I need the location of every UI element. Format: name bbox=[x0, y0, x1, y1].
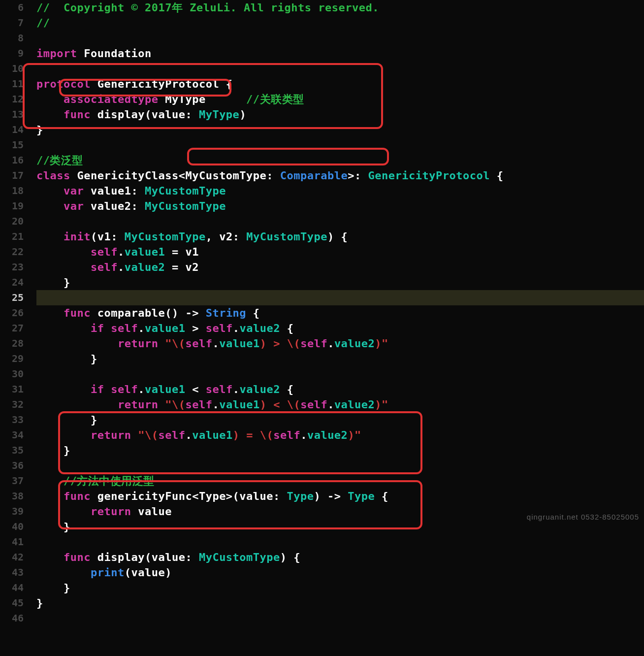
line-number: 42 bbox=[0, 550, 29, 565]
line-number: 33 bbox=[0, 412, 29, 427]
code-line[interactable] bbox=[36, 458, 644, 473]
code-line[interactable]: } bbox=[36, 580, 644, 595]
line-number: 34 bbox=[0, 427, 29, 443]
code-token bbox=[36, 475, 64, 487]
code-token: . bbox=[185, 429, 192, 441]
code-line[interactable] bbox=[36, 214, 644, 229]
code-token bbox=[36, 505, 91, 518]
code-token: . bbox=[233, 322, 240, 334]
code-token: } bbox=[36, 414, 97, 426]
code-token: value2 bbox=[125, 261, 165, 273]
code-token: func bbox=[64, 551, 91, 563]
code-line[interactable]: } bbox=[36, 443, 644, 458]
code-token: // Copyright © 2017年 ZeluLi. All rights … bbox=[36, 1, 379, 14]
code-token: >: bbox=[348, 169, 368, 182]
code-line[interactable]: } bbox=[36, 275, 644, 290]
code-token: value2 bbox=[239, 383, 280, 395]
code-token: display(value: bbox=[91, 551, 199, 563]
code-line[interactable]: func display(value: MyCustomType) { bbox=[36, 550, 644, 565]
code-line[interactable]: //方法中使用泛型 bbox=[36, 473, 644, 489]
code-line[interactable]: var value2: MyCustomType bbox=[36, 198, 644, 214]
code-token: (v1: bbox=[91, 230, 125, 243]
code-token: ) bbox=[239, 108, 246, 121]
line-number: 25 bbox=[0, 290, 29, 305]
line-number: 6 bbox=[0, 0, 29, 15]
code-line[interactable]: } bbox=[36, 595, 644, 611]
code-token: . bbox=[118, 261, 125, 273]
code-line[interactable]: print(value) bbox=[36, 565, 644, 580]
code-editor[interactable]: 6789101112131415161718192021222324252627… bbox=[0, 0, 644, 656]
code-line[interactable]: return "\(self.value1) > \(self.value2)" bbox=[36, 336, 644, 351]
code-line[interactable]: return "\(self.value1) < \(self.value2)" bbox=[36, 397, 644, 412]
line-number: 43 bbox=[0, 565, 29, 580]
code-line[interactable]: associatedtype MyType //关联类型 bbox=[36, 92, 644, 107]
code-line[interactable]: } bbox=[36, 122, 644, 137]
code-token: = v2 bbox=[165, 261, 199, 273]
code-line[interactable]: if self.value1 > self.value2 { bbox=[36, 321, 644, 336]
line-number: 17 bbox=[0, 168, 29, 183]
code-line[interactable]: // bbox=[36, 15, 644, 31]
code-token: value1 bbox=[145, 383, 185, 395]
code-token: display(value: bbox=[91, 108, 199, 121]
code-token: if bbox=[91, 383, 104, 395]
code-token: func bbox=[64, 307, 91, 319]
code-token: self bbox=[185, 398, 212, 411]
code-token: self bbox=[206, 383, 233, 395]
code-token: genericityFunc<Type>(value: bbox=[91, 490, 287, 502]
code-token: //方法中使用泛型 bbox=[64, 475, 155, 487]
code-token bbox=[36, 383, 91, 395]
code-line[interactable] bbox=[36, 534, 644, 550]
code-line[interactable]: import Foundation bbox=[36, 46, 644, 61]
code-token: class bbox=[36, 169, 70, 182]
code-line[interactable]: class GenericityClass<MyCustomType: Comp… bbox=[36, 168, 644, 183]
code-token: } bbox=[36, 597, 43, 609]
code-token: var bbox=[64, 200, 84, 212]
code-area[interactable]: // Copyright © 2017年 ZeluLi. All rights … bbox=[29, 0, 644, 656]
code-line[interactable]: func display(value: MyType) bbox=[36, 107, 644, 122]
code-line[interactable]: func comparable() -> String { bbox=[36, 305, 644, 321]
code-token: return bbox=[118, 398, 158, 411]
code-token: value1 bbox=[192, 429, 232, 441]
code-line[interactable] bbox=[36, 290, 644, 305]
code-line[interactable] bbox=[36, 366, 644, 382]
code-token: value1 bbox=[219, 398, 259, 411]
code-line[interactable]: self.value2 = v2 bbox=[36, 260, 644, 275]
code-line[interactable]: self.value1 = v1 bbox=[36, 244, 644, 260]
line-number: 28 bbox=[0, 336, 29, 351]
code-line[interactable] bbox=[36, 31, 644, 46]
code-token bbox=[36, 490, 64, 502]
code-token: self bbox=[111, 383, 138, 395]
code-line[interactable]: return "\(self.value1) = \(self.value2)" bbox=[36, 427, 644, 443]
code-token: self bbox=[273, 429, 300, 441]
code-token: MyCustomType bbox=[199, 551, 280, 563]
code-line[interactable]: var value1: MyCustomType bbox=[36, 183, 644, 198]
line-number: 20 bbox=[0, 214, 29, 229]
code-token: MyCustomType bbox=[145, 200, 226, 212]
code-line[interactable]: func genericityFunc<Type>(value: Type) -… bbox=[36, 489, 644, 504]
code-line[interactable]: protocol GenericityProtocol { bbox=[36, 76, 644, 92]
code-token: value1 bbox=[219, 337, 259, 350]
code-token bbox=[36, 185, 64, 197]
code-token: value2 bbox=[334, 337, 375, 350]
code-line[interactable]: init(v1: MyCustomType, v2: MyCustomType)… bbox=[36, 229, 644, 244]
code-token bbox=[36, 230, 64, 243]
line-number: 46 bbox=[0, 611, 29, 626]
code-token: Type bbox=[287, 490, 314, 502]
code-line[interactable] bbox=[36, 611, 644, 626]
code-line[interactable] bbox=[36, 61, 644, 76]
code-line[interactable]: } bbox=[36, 412, 644, 427]
code-line[interactable]: // Copyright © 2017年 ZeluLi. All rights … bbox=[36, 0, 644, 15]
code-token: { bbox=[375, 490, 388, 502]
code-token: MyCustomType bbox=[145, 185, 226, 197]
code-token: return bbox=[91, 429, 131, 441]
code-token: //类泛型 bbox=[36, 154, 83, 166]
line-number: 38 bbox=[0, 489, 29, 504]
code-line[interactable]: //类泛型 bbox=[36, 153, 644, 168]
code-line[interactable] bbox=[36, 137, 644, 153]
code-token bbox=[36, 551, 64, 563]
code-token: MyCustomType bbox=[125, 230, 206, 243]
code-line[interactable]: if self.value1 < self.value2 { bbox=[36, 382, 644, 397]
code-token: func bbox=[64, 108, 91, 121]
code-line[interactable]: } bbox=[36, 351, 644, 366]
code-token: init bbox=[64, 230, 91, 243]
